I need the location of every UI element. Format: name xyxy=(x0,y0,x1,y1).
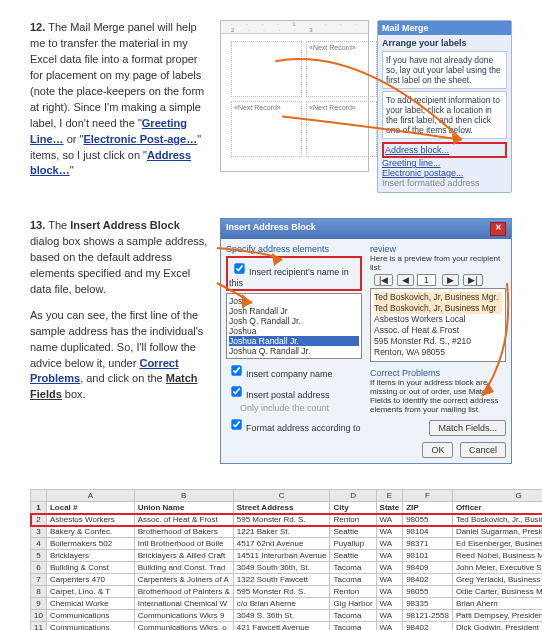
col-header: E xyxy=(376,490,403,502)
col-header: F xyxy=(403,490,453,502)
table-row[interactable]: 11CommunicationsCommunications Wkrs. o42… xyxy=(31,622,543,630)
step-13: 13. The Insert Address Block dialog box … xyxy=(30,218,512,464)
table-row[interactable]: 8Carpet, Lino. & TBrotherhood of Painter… xyxy=(31,586,543,598)
nav-last[interactable]: ▶| xyxy=(463,274,482,286)
postage-link: Electronic Post-age… xyxy=(83,133,197,145)
table-row[interactable]: 3Bakery & Confec.Brotherhood of Bakers12… xyxy=(31,526,543,538)
step12-num: 12. xyxy=(30,21,45,33)
nav-first[interactable]: |◀ xyxy=(374,274,393,286)
specify-section: Specify address elements Insert recipien… xyxy=(226,244,362,458)
col-header: D xyxy=(330,490,376,502)
close-icon[interactable]: ✕ xyxy=(490,222,506,236)
label-cell xyxy=(231,41,302,97)
step13-graphic: Insert Address Block ✕ Specify address e… xyxy=(220,218,512,464)
excel-sheet: ABCDEFG 1Local #Union NameStreet Address… xyxy=(30,489,512,630)
step13-text: 13. The Insert Address Block dialog box … xyxy=(30,218,210,464)
postage-option[interactable]: Electronic postage... xyxy=(382,168,507,178)
address-block-option[interactable]: Address block... xyxy=(382,142,507,158)
label-cell: «Next Record» xyxy=(306,101,377,157)
address-preview: Ted Boskovich, Jr, Business Mgr. Ted Bos… xyxy=(370,288,506,362)
table-row[interactable]: 9Chemical WorkeInternational Chemical Wc… xyxy=(31,598,543,610)
preview-section: review Here is a preview from your recip… xyxy=(370,244,506,458)
table-row[interactable]: 4Boilermakers 502Intl Brotherhood of Boi… xyxy=(31,538,543,550)
mail-merge-panel: Mail Merge Arrange your labels If you ha… xyxy=(377,20,512,193)
word-canvas: · · · · 1 · · · · 2 · · · · 3 «Next Reco… xyxy=(220,20,369,172)
match-fields-button[interactable]: Match Fields... xyxy=(429,420,506,436)
postal-checkbox[interactable]: Insert postal address xyxy=(226,382,362,401)
col-header xyxy=(31,490,47,502)
cancel-button[interactable]: Cancel xyxy=(460,442,506,458)
table-row[interactable]: 10CommunicationsCommunications Wkrs 9304… xyxy=(31,610,543,622)
table-row[interactable]: 5BricklayersBricklayers & Allied Craft14… xyxy=(31,550,543,562)
col-header: A xyxy=(46,490,134,502)
step-12: 12. The Mail Merge panel will help me to… xyxy=(30,20,512,193)
dialog-titlebar: Insert Address Block ✕ xyxy=(221,219,511,239)
ruler: · · · · 1 · · · · 2 · · · · 3 xyxy=(221,21,368,34)
panel-text: To add recipient information to your lab… xyxy=(382,91,507,139)
insert-formatted-option[interactable]: Insert formatted address xyxy=(382,178,507,188)
col-header: B xyxy=(134,490,233,502)
label-cell: «Next Record» xyxy=(231,101,302,157)
nav-next[interactable]: ▶ xyxy=(442,274,459,286)
correct-problems-section: Correct Problems If items in your addres… xyxy=(370,368,506,436)
panel-subtitle: Arrange your labels xyxy=(382,38,507,48)
table-row[interactable]: 6Building & ConstBuilding and Const. Tra… xyxy=(31,562,543,574)
panel-text: If you have not already done so, lay out… xyxy=(382,51,507,89)
greeting-line-option[interactable]: Greeting line... xyxy=(382,158,507,168)
nav-index[interactable]: 1 xyxy=(417,274,436,286)
panel-title: Mail Merge xyxy=(378,21,511,35)
format-checkbox[interactable]: Format address according to xyxy=(226,415,362,434)
insert-name-checkbox[interactable]: Insert recipient's name in this xyxy=(226,256,362,291)
name-format-list[interactable]: Josh Josh Randall Jr Josh Q. Randall Jr.… xyxy=(226,293,362,359)
ok-button[interactable]: OK xyxy=(422,442,453,458)
table-row[interactable]: 2Asbestos WorkersAssoc. of Heat & Frost5… xyxy=(31,514,543,526)
nav-prev[interactable]: ◀ xyxy=(397,274,414,286)
table-row[interactable]: 7Carpenters 470Carpenters & Joiners of A… xyxy=(31,574,543,586)
col-header: C xyxy=(233,490,330,502)
step12-text: 12. The Mail Merge panel will help me to… xyxy=(30,20,210,193)
label-cell: «Next Record» xyxy=(306,41,377,97)
company-checkbox[interactable]: Insert company name xyxy=(226,361,362,380)
insert-address-block-dialog: Insert Address Block ✕ Specify address e… xyxy=(220,218,512,464)
step12-graphic: · · · · 1 · · · · 2 · · · · 3 «Next Reco… xyxy=(220,20,512,193)
data-table: ABCDEFG 1Local #Union NameStreet Address… xyxy=(30,489,542,630)
col-header: G xyxy=(452,490,542,502)
